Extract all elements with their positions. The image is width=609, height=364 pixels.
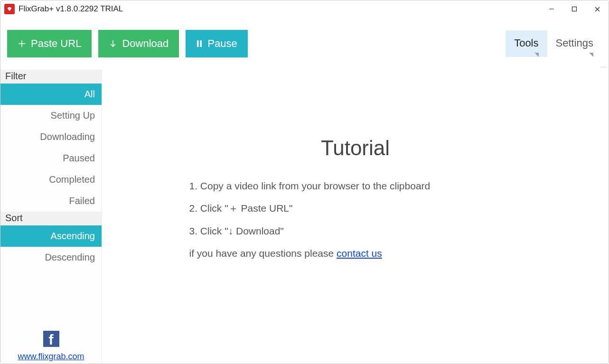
pause-label: Pause	[207, 37, 237, 50]
caret-down-icon	[534, 53, 539, 57]
caret-down-icon	[589, 53, 593, 57]
sidebar: Filter All Setting Up Downloading Paused…	[0, 70, 102, 364]
filter-header: Filter	[0, 70, 102, 84]
tutorial-step-3: 3. Click "↓ Download"	[189, 224, 522, 238]
window-title: FlixGrab+ v1.8.0.2292 TRIAL	[19, 4, 123, 14]
site-link[interactable]: www.flixgrab.com	[18, 352, 84, 361]
filter-item-all[interactable]: All	[0, 84, 102, 105]
body: Filter All Setting Up Downloading Paused…	[0, 70, 609, 364]
pause-button[interactable]: Pause	[186, 30, 247, 57]
svg-rect-8	[200, 40, 202, 47]
tutorial-step-2: 2. Click "＋ Paste URL"	[189, 201, 522, 215]
tutorial-panel: Tutorial 1. Copy a video link from your …	[189, 136, 522, 261]
tools-label: Tools	[514, 37, 538, 49]
plus-icon	[18, 39, 26, 48]
paste-url-button[interactable]: Paste URL	[7, 30, 92, 57]
tutorial-step-1: 1. Copy a video link from your browser t…	[189, 179, 522, 193]
settings-menu[interactable]: Settings	[547, 30, 602, 57]
title-bar: FlixGrab+ v1.8.0.2292 TRIAL	[0, 0, 609, 18]
svg-rect-1	[572, 7, 577, 11]
tools-menu[interactable]: Tools	[506, 30, 547, 57]
download-arrow-icon	[109, 39, 117, 48]
filter-item-failed[interactable]: Failed	[0, 190, 102, 212]
facebook-icon[interactable]: f	[43, 331, 59, 347]
main-content: Tutorial 1. Copy a video link from your …	[102, 70, 609, 364]
download-button[interactable]: Download	[98, 30, 179, 57]
window-controls	[540, 0, 609, 18]
filter-item-paused[interactable]: Paused	[0, 148, 102, 169]
app-logo-icon	[4, 4, 15, 14]
sort-item-ascending[interactable]: Ascending	[0, 225, 102, 247]
pause-icon	[196, 39, 203, 48]
tutorial-question: if you have any questions please contact…	[189, 246, 522, 260]
filter-item-completed[interactable]: Completed	[0, 169, 102, 190]
toolbar: Paste URL Download Pause Tools Settings	[0, 18, 609, 70]
tutorial-question-text: if you have any questions please	[189, 248, 337, 259]
paste-url-label: Paste URL	[31, 37, 81, 50]
contact-us-link[interactable]: contact us	[337, 248, 382, 259]
minimize-button[interactable]	[540, 0, 563, 18]
tutorial-title: Tutorial	[189, 136, 522, 160]
scrollbar-track[interactable]	[600, 67, 607, 360]
sort-item-descending[interactable]: Descending	[0, 247, 102, 268]
sort-header: Sort	[0, 212, 102, 225]
svg-rect-7	[197, 40, 199, 47]
download-label: Download	[122, 37, 169, 50]
filter-item-setting-up[interactable]: Setting Up	[0, 105, 102, 126]
maximize-button[interactable]	[563, 0, 586, 18]
sidebar-footer: f www.flixgrab.com	[0, 331, 102, 364]
close-button[interactable]	[586, 0, 609, 18]
settings-label: Settings	[556, 37, 594, 49]
filter-item-downloading[interactable]: Downloading	[0, 126, 102, 148]
